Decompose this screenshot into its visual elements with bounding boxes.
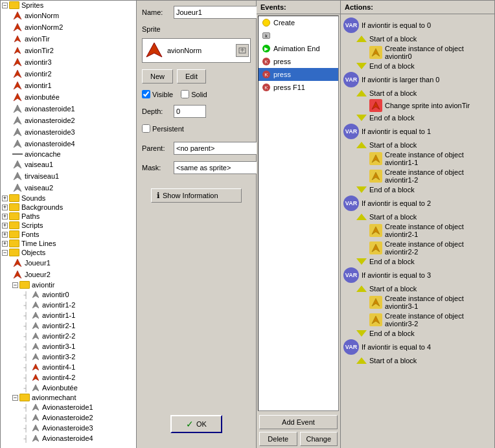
solid-checkbox[interactable] — [181, 90, 189, 98]
event-item-pressinsert[interactable]: Kpress — [259, 55, 338, 68]
tree-item-avionbutee[interactable]: avionbutée — [1, 91, 136, 103]
action-item-a4[interactable]: End of a block — [343, 62, 492, 71]
action-item-a22[interactable]: Create instance of object aviontir3-2 — [343, 311, 492, 328]
tree-item-objects[interactable]: −Objects — [1, 248, 136, 257]
expand-icon[interactable]: + — [2, 232, 8, 238]
tree-item-avionasteroide3[interactable]: avionasteroide3 — [1, 126, 136, 138]
action-item-a11[interactable]: Create instance of object aviontir1-1 — [343, 150, 492, 167]
expand-icon[interactable]: + — [2, 223, 8, 229]
change-event-button[interactable]: Change — [300, 432, 338, 446]
parent-input[interactable] — [174, 142, 268, 155]
tree-item-aviontir2[interactable]: aviontir2 — [1, 68, 136, 80]
tree-item-aviontir1-2[interactable]: ┤aviontir1-2 — [1, 300, 136, 310]
action-item-a24[interactable]: VARIf aviontir is equal to 4 — [343, 339, 492, 355]
event-item-animend[interactable]: ▶Animation End — [259, 42, 338, 55]
action-item-a20[interactable]: Start of a block — [343, 284, 492, 293]
expand-icon[interactable]: − — [12, 395, 18, 401]
tree-item-aviontir3-1[interactable]: ┤aviontir3-1 — [1, 341, 136, 352]
tree-item-aviontir0[interactable]: ┤aviontir0 — [1, 289, 136, 300]
tree-item-avionNorm2[interactable]: avionNorm2 — [1, 21, 136, 33]
tree-item-aviontir2-1[interactable]: ┤aviontir2-1 — [1, 320, 136, 331]
action-item-a18[interactable]: End of a block — [343, 257, 492, 266]
visible-checkbox[interactable] — [142, 90, 150, 98]
action-item-a21[interactable]: Create instance of object aviontir3-1 — [343, 294, 492, 311]
action-item-a25[interactable]: Start of a block — [343, 356, 492, 365]
tree-item-avionasteroide3_obj[interactable]: ┤Avionasteroide3 — [1, 423, 136, 433]
actions-list[interactable]: VARIf aviontir is equal to 0Start of a b… — [341, 14, 494, 448]
expand-icon[interactable]: − — [2, 250, 8, 256]
ok-button[interactable]: ✓ OK — [170, 415, 222, 433]
sprite-browse-btn[interactable] — [236, 44, 249, 57]
tree-item-paths[interactable]: +Paths — [1, 212, 136, 221]
tree-item-aviontir2-2[interactable]: ┤aviontir2-2 — [1, 331, 136, 341]
tree-item-vaiseau2[interactable]: vaiseau2 — [1, 182, 136, 194]
tree-item-fonts[interactable]: +Fonts — [1, 230, 136, 239]
action-item-a23[interactable]: End of a block — [343, 329, 492, 338]
action-item-a8[interactable]: End of a block — [343, 113, 492, 122]
edit-button[interactable]: Edit — [177, 69, 206, 84]
show-info-button[interactable]: ℹ Show Information — [151, 188, 242, 203]
tree-item-sprites[interactable]: −Sprites — [1, 1, 136, 10]
event-item-pressdelete[interactable]: Kpress — [259, 68, 338, 81]
tree-item-avionasteroide2[interactable]: avionasteroide2 — [1, 115, 136, 126]
tree-item-avionasteroide1[interactable]: avionasteroide1 — [1, 103, 136, 115]
tree-item-avionNorm[interactable]: avionNorm — [1, 10, 136, 21]
action-item-a13[interactable]: End of a block — [343, 185, 492, 194]
expand-icon[interactable]: − — [12, 282, 18, 288]
tree-item-joueur2[interactable]: Joueur2 — [1, 269, 136, 280]
tree-view[interactable]: −SpritesavionNormavionNorm2avionTiravion… — [1, 1, 136, 448]
tree-item-avionTir[interactable]: avionTir — [1, 33, 136, 45]
tree-item-avionasteroide1_obj[interactable]: ┤Avionasteroide1 — [1, 402, 136, 412]
tree-item-tirvaiseau1[interactable]: tirvaiseau1 — [1, 170, 136, 182]
tree-item-timelines[interactable]: +Time Lines — [1, 239, 136, 248]
action-item-a14[interactable]: VARIf aviontir is equal to 2 — [343, 195, 492, 212]
tree-item-backgrounds[interactable]: +Backgrounds — [1, 203, 136, 212]
action-item-a16[interactable]: Create instance of object aviontir2-1 — [343, 222, 492, 239]
action-item-a19[interactable]: VARIf aviontir is equal to 3 — [343, 267, 492, 284]
action-item-a9[interactable]: VARIf aviontir is equal to 1 — [343, 123, 492, 140]
expand-icon[interactable]: + — [2, 205, 8, 210]
tree-item-avionbutee_obj[interactable]: ┤Avionbutée — [1, 383, 136, 393]
event-item-create[interactable]: Create — [259, 16, 338, 29]
tree-item-avionTir2[interactable]: avionTir2 — [1, 45, 136, 56]
tree-item-aviontir_obj[interactable]: −aviontir — [1, 280, 136, 289]
name-input[interactable] — [174, 6, 268, 19]
visible-checkbox-label[interactable]: Visible — [142, 90, 173, 98]
tree-item-aviontir1-1[interactable]: ┤aviontir1-1 — [1, 310, 136, 320]
depth-input[interactable] — [174, 105, 206, 118]
persistent-checkbox[interactable] — [142, 124, 150, 133]
tree-item-vaiseau1[interactable]: vaiseau1 — [1, 159, 136, 170]
tree-item-aviontir4-1[interactable]: ┤aviontir4-1 — [1, 362, 136, 372]
tree-item-aviontir3-2[interactable]: ┤aviontir3-2 — [1, 352, 136, 362]
tree-item-scripts[interactable]: +Scripts — [1, 221, 136, 230]
tree-item-avioncache[interactable]: avioncache — [1, 150, 136, 159]
expand-icon[interactable]: + — [2, 241, 8, 247]
expand-icon[interactable]: − — [2, 3, 8, 8]
tree-item-sounds[interactable]: +Sounds — [1, 194, 136, 203]
action-item-a1[interactable]: VARIf aviontir is equal to 0 — [343, 17, 492, 34]
new-button[interactable]: New — [142, 69, 173, 84]
events-list[interactable]: Createk▶Animation EndKpress Kpress Kpres… — [258, 16, 339, 411]
action-item-a12[interactable]: Create instance of object aviontir1-2 — [343, 168, 492, 185]
tree-item-avionasteroide4[interactable]: avionasteroide4 — [1, 138, 136, 150]
expand-icon[interactable]: + — [2, 196, 8, 201]
delete-event-button[interactable]: Delete — [259, 432, 297, 446]
tree-item-avionmechant[interactable]: −avionmechant — [1, 393, 136, 402]
event-item-pressf11[interactable]: Kpress F11 — [259, 81, 338, 94]
event-item-anykey[interactable]: k — [259, 29, 338, 42]
tree-item-avionasteroide2_obj[interactable]: ┤Avionasteroide2 — [1, 412, 136, 423]
mask-input[interactable] — [174, 161, 268, 174]
action-item-a7[interactable]: Change sprite into avionTir — [343, 98, 492, 113]
action-item-a15[interactable]: Start of a block — [343, 212, 492, 221]
tree-item-aviontir3[interactable]: aviontir3 — [1, 56, 136, 68]
tree-item-aviontir1[interactable]: aviontir1 — [1, 80, 136, 91]
action-item-a3[interactable]: Create instance of object aviontir0 — [343, 44, 492, 61]
action-item-a10[interactable]: Start of a block — [343, 140, 492, 150]
action-item-a2[interactable]: Start of a block — [343, 34, 492, 43]
solid-checkbox-label[interactable]: Solid — [181, 90, 207, 98]
tree-item-aviontir4-2[interactable]: ┤aviontir4-2 — [1, 372, 136, 383]
expand-icon[interactable]: + — [2, 214, 8, 219]
action-item-a5[interactable]: VARIf aviontir is larger than 0 — [343, 71, 492, 88]
persistent-row[interactable]: Persistent — [142, 124, 251, 133]
add-event-button[interactable]: Add Event — [259, 415, 338, 429]
